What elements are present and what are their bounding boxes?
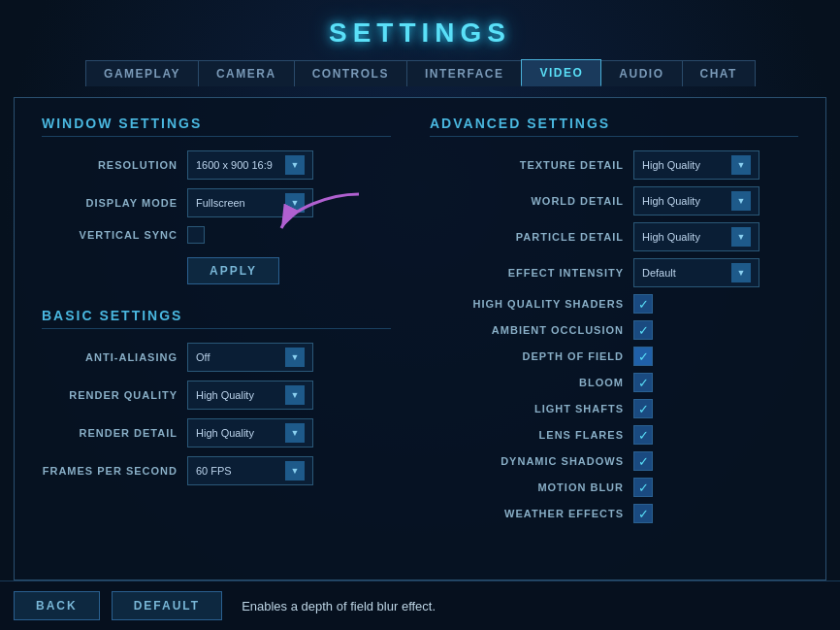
fps-arrow: ▼ xyxy=(285,461,305,481)
display-mode-dropdown[interactable]: Fullscreen ▼ xyxy=(187,188,313,217)
bloom-row: BLOOM ✓ xyxy=(430,373,798,392)
status-text: Enables a depth of field blur effect. xyxy=(242,599,436,613)
ambient-occlusion-label: AMBIENT OCCLUSION xyxy=(430,324,624,336)
resolution-dropdown[interactable]: 1600 x 900 16:9 ▼ xyxy=(187,150,313,180)
tab-gameplay[interactable]: GAMEPLAY xyxy=(85,60,199,86)
particle-detail-arrow: ▼ xyxy=(731,227,751,247)
render-quality-dropdown[interactable]: High Quality ▼ xyxy=(187,381,313,410)
effect-intensity-row: EFFECT INTENSITY Default ▼ xyxy=(430,258,798,287)
hq-shaders-row: HIGH QUALITY SHADERS ✓ xyxy=(430,294,798,314)
dynamic-shadows-label: DYNAMIC SHADOWS xyxy=(430,455,624,467)
content-area: WINDOW SETTINGS RESOLUTION 1600 x 900 16… xyxy=(14,97,826,580)
left-panel: WINDOW SETTINGS RESOLUTION 1600 x 900 16… xyxy=(42,116,391,562)
back-button[interactable]: BACK xyxy=(14,591,100,620)
render-quality-label: RENDER QUALITY xyxy=(42,389,178,401)
hq-shaders-label: HIGH QUALITY SHADERS xyxy=(430,298,624,310)
vsync-row: VERTICAL SYNC xyxy=(42,226,391,244)
ambient-occlusion-row: AMBIENT OCCLUSION ✓ xyxy=(430,320,798,340)
display-mode-row: DISPLAY MODE Fullscreen ▼ xyxy=(42,188,391,217)
window-settings-section: WINDOW SETTINGS RESOLUTION 1600 x 900 16… xyxy=(42,116,391,284)
light-shafts-row: LIGHT SHAFTS ✓ xyxy=(430,399,798,418)
render-detail-value: High Quality xyxy=(196,427,281,439)
world-detail-arrow: ▼ xyxy=(731,191,751,211)
tabs-bar: GAMEPLAY CAMERA CONTROLS INTERFACE VIDEO… xyxy=(0,58,840,85)
render-detail-arrow: ▼ xyxy=(285,423,305,443)
texture-detail-arrow: ▼ xyxy=(731,155,751,175)
display-mode-dropdown-arrow: ▼ xyxy=(285,193,305,213)
anti-aliasing-row: ANTI-ALIASING Off ▼ xyxy=(42,343,391,372)
fps-label: FRAMES PER SECOND xyxy=(42,465,178,477)
effect-intensity-label: EFFECT INTENSITY xyxy=(430,267,624,279)
texture-detail-label: TEXTURE DETAIL xyxy=(430,159,624,171)
render-detail-dropdown[interactable]: High Quality ▼ xyxy=(187,418,313,448)
depth-of-field-row: DEPTH OF FIELD ✓ xyxy=(430,347,798,366)
basic-settings-section: BASIC SETTINGS ANTI-ALIASING Off ▼ RENDE… xyxy=(42,308,391,485)
default-button[interactable]: DEFAULT xyxy=(112,591,222,620)
weather-effects-row: WEATHER EFFECTS ✓ xyxy=(430,504,798,523)
motion-blur-label: MOTION BLUR xyxy=(430,481,624,493)
texture-detail-row: TEXTURE DETAIL High Quality ▼ xyxy=(430,150,798,180)
advanced-settings-section: ADVANCED SETTINGS TEXTURE DETAIL High Qu… xyxy=(430,116,798,523)
effect-intensity-value: Default xyxy=(642,267,727,279)
world-detail-value: High Quality xyxy=(642,195,727,207)
basic-settings-heading: BASIC SETTINGS xyxy=(42,308,391,329)
effect-intensity-dropdown[interactable]: Default ▼ xyxy=(633,258,759,287)
world-detail-row: WORLD DETAIL High Quality ▼ xyxy=(430,186,798,216)
anti-aliasing-arrow: ▼ xyxy=(285,348,305,367)
tab-video[interactable]: VIDEO xyxy=(521,59,601,86)
display-mode-label: DISPLAY MODE xyxy=(42,197,178,209)
tab-controls[interactable]: CONTROLS xyxy=(294,60,407,86)
bloom-checkbox[interactable]: ✓ xyxy=(633,373,653,392)
vsync-label: VERTICAL SYNC xyxy=(42,229,178,241)
right-panel: ADVANCED SETTINGS TEXTURE DETAIL High Qu… xyxy=(430,116,798,562)
window-settings-heading: WINDOW SETTINGS xyxy=(42,116,391,137)
texture-detail-value: High Quality xyxy=(642,159,727,171)
tab-audio[interactable]: AUDIO xyxy=(600,60,682,86)
render-quality-row: RENDER QUALITY High Quality ▼ xyxy=(42,381,391,410)
depth-of-field-label: DEPTH OF FIELD xyxy=(430,350,624,362)
lens-flares-row: LENS FLARES ✓ xyxy=(430,425,798,445)
fps-row: FRAMES PER SECOND 60 FPS ▼ xyxy=(42,456,391,485)
bottom-bar: BACK DEFAULT Enables a depth of field bl… xyxy=(0,580,840,630)
ambient-occlusion-checkbox[interactable]: ✓ xyxy=(633,320,653,340)
hq-shaders-checkbox[interactable]: ✓ xyxy=(633,294,653,314)
motion-blur-row: MOTION BLUR ✓ xyxy=(430,478,798,497)
advanced-settings-heading: ADVANCED SETTINGS xyxy=(430,116,798,137)
effect-intensity-arrow: ▼ xyxy=(731,263,751,282)
light-shafts-checkbox[interactable]: ✓ xyxy=(633,399,653,418)
tab-camera[interactable]: CAMERA xyxy=(198,60,295,86)
render-detail-row: RENDER DETAIL High Quality ▼ xyxy=(42,418,391,448)
render-detail-label: RENDER DETAIL xyxy=(42,427,178,439)
display-mode-value: Fullscreen xyxy=(196,197,281,209)
resolution-value: 1600 x 900 16:9 xyxy=(196,159,281,171)
light-shafts-label: LIGHT SHAFTS xyxy=(430,403,624,414)
particle-detail-dropdown[interactable]: High Quality ▼ xyxy=(633,222,759,251)
apply-button[interactable]: APPLY xyxy=(187,257,279,284)
lens-flares-label: LENS FLARES xyxy=(430,429,624,441)
render-quality-value: High Quality xyxy=(196,389,281,401)
particle-detail-value: High Quality xyxy=(642,231,727,243)
dynamic-shadows-row: DYNAMIC SHADOWS ✓ xyxy=(430,451,798,471)
vsync-checkbox[interactable] xyxy=(187,226,205,244)
anti-aliasing-dropdown[interactable]: Off ▼ xyxy=(187,343,313,372)
resolution-label: RESOLUTION xyxy=(42,159,178,171)
bloom-label: BLOOM xyxy=(430,377,624,388)
resolution-dropdown-arrow: ▼ xyxy=(285,155,305,175)
tab-interface[interactable]: INTERFACE xyxy=(406,60,523,86)
world-detail-dropdown[interactable]: High Quality ▼ xyxy=(633,186,759,216)
anti-aliasing-label: ANTI-ALIASING xyxy=(42,351,178,363)
weather-effects-checkbox[interactable]: ✓ xyxy=(633,504,653,523)
fps-dropdown[interactable]: 60 FPS ▼ xyxy=(187,456,313,485)
fps-value: 60 FPS xyxy=(196,465,281,477)
anti-aliasing-value: Off xyxy=(196,351,281,363)
particle-detail-row: PARTICLE DETAIL High Quality ▼ xyxy=(430,222,798,251)
texture-detail-dropdown[interactable]: High Quality ▼ xyxy=(633,150,759,180)
world-detail-label: WORLD DETAIL xyxy=(430,195,624,207)
page-title: SETTINGS xyxy=(0,0,840,58)
depth-of-field-checkbox[interactable]: ✓ xyxy=(633,347,653,366)
lens-flares-checkbox[interactable]: ✓ xyxy=(633,425,653,445)
render-quality-arrow: ▼ xyxy=(285,385,305,405)
dynamic-shadows-checkbox[interactable]: ✓ xyxy=(633,451,653,471)
motion-blur-checkbox[interactable]: ✓ xyxy=(633,478,653,497)
tab-chat[interactable]: CHAT xyxy=(682,60,756,86)
